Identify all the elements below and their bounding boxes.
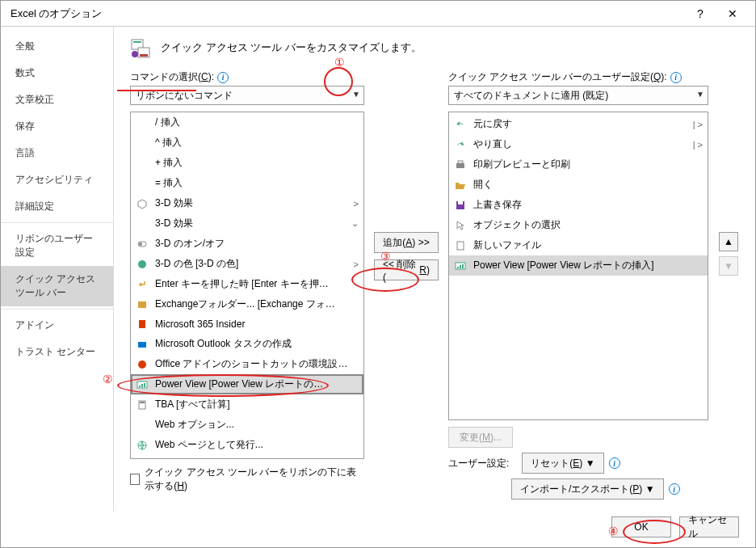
undo-icon [454,118,467,131]
sidebar-item-trust[interactable]: トラスト センター [1,339,113,365]
sidebar-item-ribbon[interactable]: リボンのユーザー設定 [1,226,113,266]
choose-commands-combo[interactable]: リボンにないコマンド ▼ [130,86,364,105]
close-button[interactable]: ✕ [716,1,749,27]
info-icon[interactable]: i [609,457,620,469]
qat-scope-combo[interactable]: すべてのドキュメントに適用 (既定) ▼ [448,86,708,105]
qat-item[interactable]: オブジェクトの選択 [449,215,708,235]
svg-rect-3 [140,54,148,57]
reset-button[interactable]: リセット(E) ▼ [522,453,603,474]
addin-icon [136,358,149,371]
show-below-ribbon-label: クイック アクセス ツール バーをリボンの下に表示する(H) [145,466,364,493]
command-item[interactable]: Office アドインのショートカットの環境設… [131,354,363,374]
svg-rect-22 [458,201,463,204]
annotation-number-1: ① [334,56,345,69]
qat-item[interactable]: 元に戻す| > [449,114,708,134]
sidebar-item-save[interactable]: 保存 [1,113,113,140]
insert-icon [136,116,149,129]
svg-rect-10 [138,342,146,348]
insert-icon [136,137,149,150]
svg-rect-8 [138,301,146,308]
command-item[interactable]: + 挿入 [131,153,363,173]
sidebar-item-qat[interactable]: クイック アクセス ツール バー [1,266,113,306]
equals-icon [136,177,149,190]
sidebar-item-advanced[interactable]: 詳細設定 [1,193,113,220]
command-item[interactable]: Power View [Power View レポートの… [131,374,363,394]
svg-rect-14 [141,384,143,387]
powerview-icon [136,378,149,391]
svg-rect-23 [457,242,464,250]
info-icon[interactable]: i [670,72,682,83]
sidebar-item-language[interactable]: 言語 [1,140,113,167]
svg-point-6 [139,242,142,246]
cancel-button[interactable]: キャンセル [679,516,739,537]
import-export-button[interactable]: インポート/エクスポート(P) ▼ [511,478,664,500]
redo-icon [454,138,467,151]
command-item[interactable]: Web オプション... [131,415,363,435]
command-item[interactable]: / 挿入 [131,112,363,133]
qat-listbox[interactable]: 元に戻す| >やり直し| >印刷プレビューと印刷開く上書き保存オブジェクトの選択… [448,112,708,420]
qat-item[interactable]: 上書き保存 [449,195,708,215]
customize-qat-label: クイック アクセス ツール バーのユーザー設定(Q): [448,70,667,84]
chevron-down-icon: ▼ [352,90,360,99]
command-item[interactable]: ^ 挿入 [131,133,363,153]
office-icon [136,318,149,331]
ok-button[interactable]: OK [611,516,671,537]
move-down-button: ▼ [719,256,738,276]
command-item[interactable]: = 挿入 [131,173,363,193]
annotation-number-3: ③ [380,250,391,263]
command-item[interactable]: 3-D の色 [3-D の色]> [131,254,363,274]
svg-rect-26 [460,265,461,268]
qat-item[interactable]: 開く [449,175,708,195]
annotation-number-4: ④ [608,525,619,537]
annotation-number-2: ② [103,373,113,386]
command-item[interactable]: 3-D のオン/オフ [131,234,363,254]
select-icon [454,219,467,232]
svg-rect-13 [139,386,141,387]
command-item[interactable]: TBA [すべて計算] [131,394,363,415]
command-item[interactable]: Enter キーを押した時 [Enter キーを押… [131,274,363,294]
command-item[interactable]: Microsoft Outlook タスクの作成 [131,334,363,354]
sidebar-item-formulas[interactable]: 数式 [1,60,113,86]
save-icon [454,199,467,212]
modify-button: 変更(M)... [448,427,513,448]
info-icon[interactable]: i [217,72,229,83]
move-up-button[interactable]: ▲ [719,232,738,251]
svg-rect-25 [457,267,459,268]
titlebar: Excel のオプション ? ✕ [1,1,755,27]
qat-item[interactable]: Power View [Power View レポートの挿入] [449,255,708,276]
annotation-underline [117,90,196,91]
svg-rect-17 [140,402,145,403]
command-item[interactable]: Microsoft 365 Insider [131,314,363,334]
sidebar-item-proofing[interactable]: 文章校正 [1,86,113,113]
qat-item[interactable]: やり直し| > [449,134,708,154]
web-icon [136,439,149,452]
info-icon[interactable]: i [669,483,680,495]
qat-header-icon [130,36,153,59]
svg-point-7 [138,260,146,268]
svg-rect-19 [456,163,464,168]
svg-rect-27 [462,264,464,268]
svg-rect-1 [133,41,141,43]
plus-icon [136,157,149,170]
enter-icon [136,278,149,291]
help-button[interactable]: ? [684,1,716,27]
svg-point-4 [132,51,138,57]
sidebar-item-general[interactable]: 全般 [1,33,113,60]
svg-rect-9 [139,320,145,328]
svg-point-11 [138,360,146,369]
command-item[interactable]: 3-D 効果⌄ [131,213,363,234]
command-item[interactable]: Exchangeフォルダー... [Exchange フォ… [131,294,363,314]
show-below-ribbon-checkbox[interactable] [130,474,140,485]
header-text: クイック アクセス ツール バーをカスタマイズします。 [161,40,422,55]
calc-icon [136,398,149,411]
user-settings-label: ユーザー設定: [448,457,509,470]
command-item[interactable]: Web ページとして発行... [131,435,363,455]
commands-listbox[interactable]: / 挿入^ 挿入+ 挿入= 挿入3-D 効果>3-D 効果⌄3-D のオン/オフ… [130,112,364,459]
powerview-icon [454,259,467,272]
cube-icon [136,197,149,210]
qat-item[interactable]: 新しいファイル [449,235,708,255]
sidebar-item-accessibility[interactable]: アクセシビリティ [1,167,113,193]
command-item[interactable]: 3-D 効果> [131,193,363,213]
sidebar-item-addins[interactable]: アドイン [1,312,113,339]
qat-item[interactable]: 印刷プレビューと印刷 [449,154,708,175]
